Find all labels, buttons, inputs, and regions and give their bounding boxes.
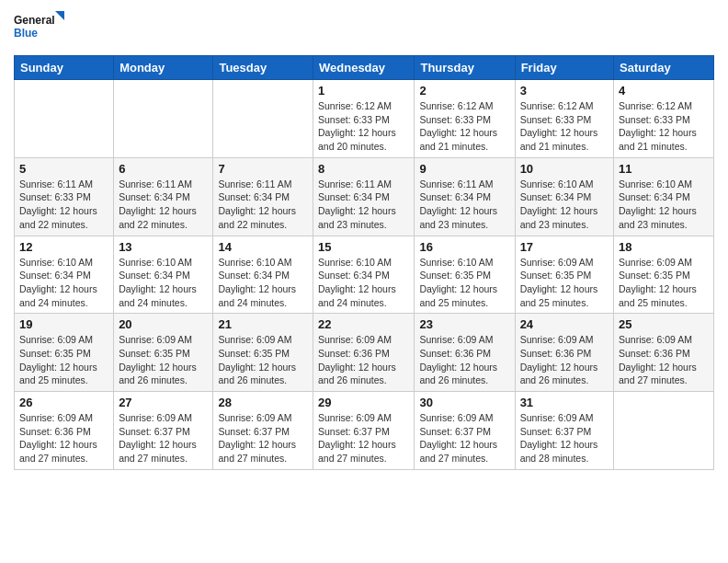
calendar-cell: 19Sunrise: 6:09 AM Sunset: 6:35 PM Dayli… (15, 314, 114, 392)
calendar-cell: 16Sunrise: 6:10 AM Sunset: 6:35 PM Dayli… (415, 236, 515, 314)
calendar-cell: 24Sunrise: 6:09 AM Sunset: 6:36 PM Dayli… (515, 314, 613, 392)
calendar-week-row: 1Sunrise: 6:12 AM Sunset: 6:33 PM Daylig… (15, 80, 714, 158)
day-info: Sunrise: 6:11 AM Sunset: 6:34 PM Dayligh… (119, 178, 208, 232)
calendar-cell: 17Sunrise: 6:09 AM Sunset: 6:35 PM Dayli… (515, 236, 613, 314)
day-info: Sunrise: 6:09 AM Sunset: 6:37 PM Dayligh… (218, 411, 308, 465)
calendar-week-row: 19Sunrise: 6:09 AM Sunset: 6:35 PM Dayli… (15, 314, 714, 392)
calendar-cell: 21Sunrise: 6:09 AM Sunset: 6:35 PM Dayli… (213, 314, 313, 392)
day-number: 2 (419, 84, 509, 98)
calendar-cell: 26Sunrise: 6:09 AM Sunset: 6:36 PM Dayli… (15, 392, 114, 470)
day-info: Sunrise: 6:10 AM Sunset: 6:34 PM Dayligh… (218, 256, 308, 310)
calendar-container: General Blue SundayMondayTuesdayWednesda… (0, 0, 728, 484)
day-number: 1 (318, 84, 409, 98)
calendar-cell: 5Sunrise: 6:11 AM Sunset: 6:33 PM Daylig… (15, 157, 114, 236)
calendar-cell: 9Sunrise: 6:11 AM Sunset: 6:34 PM Daylig… (415, 157, 515, 236)
calendar-cell: 13Sunrise: 6:10 AM Sunset: 6:34 PM Dayli… (114, 236, 213, 314)
weekday-header: Saturday (614, 56, 714, 80)
calendar-cell: 29Sunrise: 6:09 AM Sunset: 6:37 PM Dayli… (313, 392, 415, 470)
day-number: 4 (619, 84, 709, 98)
calendar-cell: 11Sunrise: 6:10 AM Sunset: 6:34 PM Dayli… (614, 157, 714, 236)
day-number: 13 (119, 240, 208, 254)
day-info: Sunrise: 6:09 AM Sunset: 6:35 PM Dayligh… (19, 333, 108, 387)
calendar-cell: 8Sunrise: 6:11 AM Sunset: 6:34 PM Daylig… (313, 157, 415, 236)
day-number: 15 (318, 240, 409, 254)
calendar-cell: 4Sunrise: 6:12 AM Sunset: 6:33 PM Daylig… (614, 80, 714, 158)
calendar-cell: 18Sunrise: 6:09 AM Sunset: 6:35 PM Dayli… (614, 236, 714, 314)
calendar-cell (213, 80, 313, 158)
day-info: Sunrise: 6:11 AM Sunset: 6:34 PM Dayligh… (318, 178, 409, 232)
day-info: Sunrise: 6:09 AM Sunset: 6:37 PM Dayligh… (119, 411, 208, 465)
calendar-cell: 14Sunrise: 6:10 AM Sunset: 6:34 PM Dayli… (213, 236, 313, 314)
day-info: Sunrise: 6:09 AM Sunset: 6:37 PM Dayligh… (419, 411, 509, 465)
weekday-header-row: SundayMondayTuesdayWednesdayThursdayFrid… (15, 56, 714, 80)
day-info: Sunrise: 6:09 AM Sunset: 6:36 PM Dayligh… (419, 333, 509, 387)
day-number: 6 (119, 162, 208, 176)
day-info: Sunrise: 6:12 AM Sunset: 6:33 PM Dayligh… (318, 99, 409, 154)
day-info: Sunrise: 6:10 AM Sunset: 6:34 PM Dayligh… (119, 256, 208, 310)
day-number: 25 (619, 317, 709, 331)
day-number: 14 (218, 240, 308, 254)
day-number: 20 (119, 317, 208, 331)
svg-marker-2 (55, 11, 64, 20)
calendar-cell: 6Sunrise: 6:11 AM Sunset: 6:34 PM Daylig… (114, 157, 213, 236)
day-info: Sunrise: 6:09 AM Sunset: 6:35 PM Dayligh… (520, 256, 609, 310)
weekday-header: Monday (114, 56, 213, 80)
calendar-cell: 1Sunrise: 6:12 AM Sunset: 6:33 PM Daylig… (313, 80, 415, 158)
weekday-header: Thursday (415, 56, 515, 80)
day-info: Sunrise: 6:09 AM Sunset: 6:36 PM Dayligh… (19, 411, 108, 465)
day-number: 21 (218, 317, 308, 331)
calendar-cell (614, 392, 714, 470)
day-info: Sunrise: 6:09 AM Sunset: 6:35 PM Dayligh… (218, 333, 308, 387)
calendar-cell: 31Sunrise: 6:09 AM Sunset: 6:37 PM Dayli… (515, 392, 613, 470)
svg-text:Blue: Blue (14, 27, 38, 40)
calendar-cell: 25Sunrise: 6:09 AM Sunset: 6:36 PM Dayli… (614, 314, 714, 392)
day-number: 11 (619, 162, 709, 176)
day-info: Sunrise: 6:12 AM Sunset: 6:33 PM Dayligh… (520, 99, 609, 154)
calendar-cell: 27Sunrise: 6:09 AM Sunset: 6:37 PM Dayli… (114, 392, 213, 470)
calendar-cell: 23Sunrise: 6:09 AM Sunset: 6:36 PM Dayli… (415, 314, 515, 392)
day-info: Sunrise: 6:09 AM Sunset: 6:37 PM Dayligh… (318, 411, 409, 465)
header: General Blue (14, 9, 714, 46)
day-number: 22 (318, 317, 409, 331)
logo: General Blue (14, 9, 64, 46)
day-info: Sunrise: 6:09 AM Sunset: 6:37 PM Dayligh… (520, 411, 609, 465)
day-info: Sunrise: 6:12 AM Sunset: 6:33 PM Dayligh… (419, 99, 509, 154)
day-info: Sunrise: 6:10 AM Sunset: 6:34 PM Dayligh… (520, 178, 609, 232)
calendar-cell: 10Sunrise: 6:10 AM Sunset: 6:34 PM Dayli… (515, 157, 613, 236)
day-number: 28 (218, 396, 308, 409)
day-number: 24 (520, 317, 609, 331)
day-info: Sunrise: 6:10 AM Sunset: 6:35 PM Dayligh… (419, 256, 509, 310)
day-number: 10 (520, 162, 609, 176)
calendar-cell: 7Sunrise: 6:11 AM Sunset: 6:34 PM Daylig… (213, 157, 313, 236)
weekday-header: Friday (515, 56, 613, 80)
calendar-cell: 12Sunrise: 6:10 AM Sunset: 6:34 PM Dayli… (15, 236, 114, 314)
day-info: Sunrise: 6:09 AM Sunset: 6:35 PM Dayligh… (619, 256, 709, 310)
calendar-cell: 15Sunrise: 6:10 AM Sunset: 6:34 PM Dayli… (313, 236, 415, 314)
day-info: Sunrise: 6:09 AM Sunset: 6:35 PM Dayligh… (119, 333, 208, 387)
day-info: Sunrise: 6:10 AM Sunset: 6:34 PM Dayligh… (19, 256, 108, 310)
day-info: Sunrise: 6:09 AM Sunset: 6:36 PM Dayligh… (619, 333, 709, 387)
day-info: Sunrise: 6:11 AM Sunset: 6:34 PM Dayligh… (218, 178, 308, 232)
svg-text:General: General (14, 14, 55, 27)
weekday-header: Sunday (15, 56, 114, 80)
day-number: 12 (19, 240, 108, 254)
logo-svg: General Blue (14, 9, 64, 46)
day-number: 26 (19, 396, 108, 409)
day-number: 17 (520, 240, 609, 254)
day-info: Sunrise: 6:11 AM Sunset: 6:34 PM Dayligh… (419, 178, 509, 232)
calendar-cell: 28Sunrise: 6:09 AM Sunset: 6:37 PM Dayli… (213, 392, 313, 470)
calendar-week-row: 5Sunrise: 6:11 AM Sunset: 6:33 PM Daylig… (15, 157, 714, 236)
day-number: 3 (520, 84, 609, 98)
calendar-cell (114, 80, 213, 158)
day-info: Sunrise: 6:12 AM Sunset: 6:33 PM Dayligh… (619, 99, 709, 154)
day-number: 27 (119, 396, 208, 409)
day-number: 8 (318, 162, 409, 176)
day-number: 18 (619, 240, 709, 254)
day-number: 23 (419, 317, 509, 331)
day-info: Sunrise: 6:10 AM Sunset: 6:34 PM Dayligh… (619, 178, 709, 232)
calendar-cell: 20Sunrise: 6:09 AM Sunset: 6:35 PM Dayli… (114, 314, 213, 392)
calendar-cell: 3Sunrise: 6:12 AM Sunset: 6:33 PM Daylig… (515, 80, 613, 158)
day-info: Sunrise: 6:09 AM Sunset: 6:36 PM Dayligh… (318, 333, 409, 387)
calendar-cell: 30Sunrise: 6:09 AM Sunset: 6:37 PM Dayli… (415, 392, 515, 470)
day-number: 5 (19, 162, 108, 176)
